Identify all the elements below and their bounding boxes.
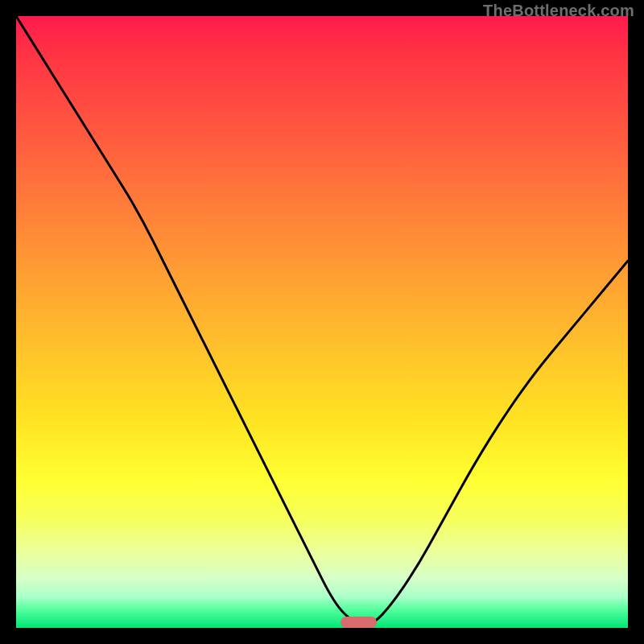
bottleneck-curve [16, 16, 628, 628]
watermark-text: TheBottleneck.com [483, 2, 634, 20]
curve-path [16, 16, 628, 625]
plot-area [16, 16, 628, 628]
minimum-marker [341, 617, 378, 628]
chart-frame: TheBottleneck.com [0, 0, 644, 644]
